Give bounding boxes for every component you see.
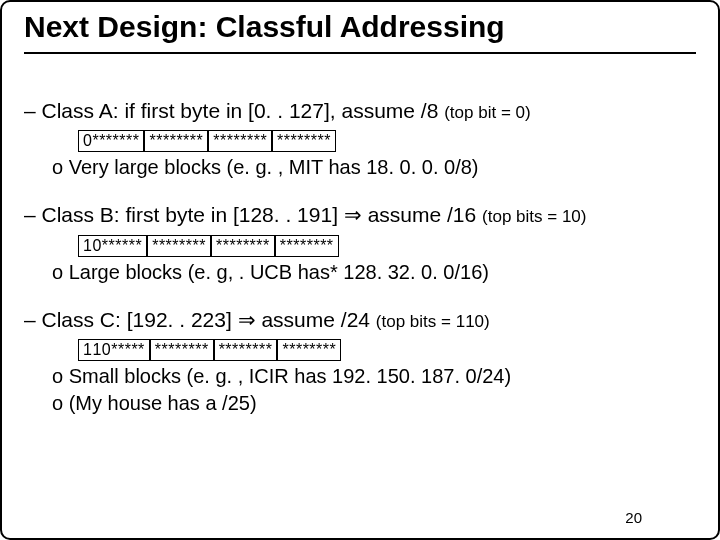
class-a-heading-text: – Class A: if first byte in [0. . 127], …	[24, 99, 444, 122]
slide-title: Next Design: Classful Addressing	[24, 8, 696, 54]
class-b-heading: – Class B: first byte in [128. . 191] ⇒ …	[24, 202, 696, 228]
class-c-heading-sub: (top bits = 110)	[376, 312, 490, 331]
byte-cell: 10******	[78, 235, 147, 257]
class-c-byte-row: 110***** ******** ******** ********	[78, 339, 696, 361]
class-b-heading-text: – Class B: first byte in [128. . 191] ⇒ …	[24, 203, 482, 226]
byte-cell: ********	[272, 130, 336, 152]
byte-cell: ********	[275, 235, 339, 257]
byte-cell: 110*****	[78, 339, 150, 361]
class-a-bullets: Very large blocks (e. g. , MIT has 18. 0…	[52, 155, 696, 180]
class-a-section: – Class A: if first byte in [0. . 127], …	[24, 98, 696, 180]
class-c-section: – Class C: [192. . 223] ⇒ assume /24 (to…	[24, 307, 696, 416]
bullet-item: (My house has a /25)	[52, 391, 696, 416]
bullet-item: Large blocks (e. g, . UCB has* 128. 32. …	[52, 260, 696, 285]
bullet-item: Small blocks (e. g. , ICIR has 192. 150.…	[52, 364, 696, 389]
byte-cell: 0*******	[78, 130, 144, 152]
byte-cell: ********	[277, 339, 341, 361]
bullet-item: Very large blocks (e. g. , MIT has 18. 0…	[52, 155, 696, 180]
class-c-heading-text: – Class C: [192. . 223] ⇒ assume /24	[24, 308, 376, 331]
byte-cell: ********	[214, 339, 278, 361]
class-a-byte-row: 0******* ******** ******** ********	[78, 130, 696, 152]
slide: Next Design: Classful Addressing – Class…	[0, 0, 720, 540]
class-b-heading-sub: (top bits = 10)	[482, 207, 586, 226]
page-number: 20	[625, 509, 642, 526]
class-a-heading: – Class A: if first byte in [0. . 127], …	[24, 98, 696, 124]
class-b-byte-row: 10****** ******** ******** ********	[78, 235, 696, 257]
byte-cell: ********	[150, 339, 214, 361]
class-c-heading: – Class C: [192. . 223] ⇒ assume /24 (to…	[24, 307, 696, 333]
byte-cell: ********	[208, 130, 272, 152]
byte-cell: ********	[211, 235, 275, 257]
byte-cell: ********	[147, 235, 211, 257]
class-a-heading-sub: (top bit = 0)	[444, 103, 530, 122]
class-b-section: – Class B: first byte in [128. . 191] ⇒ …	[24, 202, 696, 284]
class-c-bullets: Small blocks (e. g. , ICIR has 192. 150.…	[52, 364, 696, 416]
class-b-bullets: Large blocks (e. g, . UCB has* 128. 32. …	[52, 260, 696, 285]
byte-cell: ********	[144, 130, 208, 152]
